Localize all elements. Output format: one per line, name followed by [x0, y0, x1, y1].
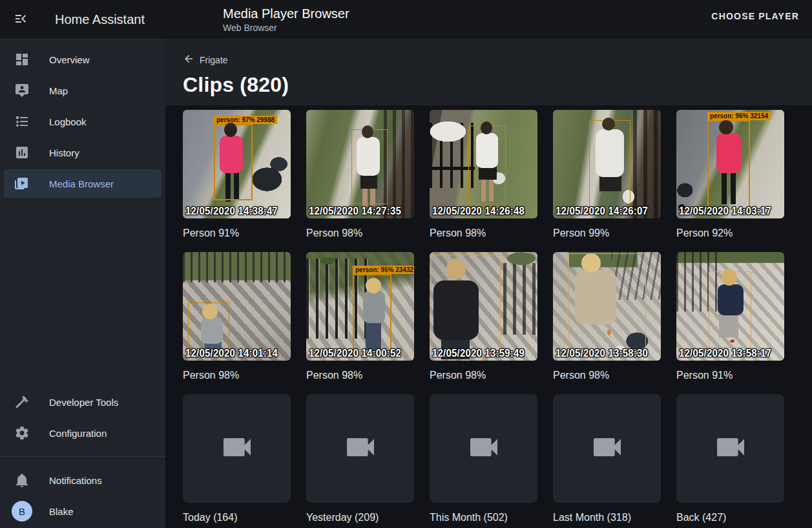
clip-grid: person: 97% 29988 12/05/2020 14:38:47 Pe…: [165, 105, 812, 528]
detection-box-label: person: 97% 29988: [214, 116, 277, 124]
page-title: Clips (820): [183, 73, 812, 97]
hammer-icon: [14, 394, 30, 410]
videocam-icon: [219, 429, 255, 468]
detection-box: [431, 255, 501, 357]
clip-item[interactable]: 12/05/2020 14:01:14 Person 98%: [183, 252, 291, 382]
clip-timestamp: 12/05/2020 13:58:17: [679, 347, 771, 359]
breadcrumb-back-link[interactable]: Frigate: [183, 53, 228, 67]
folder-item-last-month[interactable]: Last Month (318): [553, 394, 661, 524]
clip-item[interactable]: 12/05/2020 14:26:48 Person 98%: [430, 110, 537, 240]
sidebar-item-media-browser[interactable]: Media Browser: [4, 169, 161, 198]
clip-thumbnail: 12/05/2020 14:26:48: [430, 110, 537, 218]
sidebar-toggle-button[interactable]: [8, 6, 34, 32]
folder-thumbnail: [430, 394, 537, 503]
clip-item[interactable]: 12/05/2020 13:58:30 Person 98%: [553, 252, 661, 382]
bell-icon: [14, 472, 30, 488]
folder-item-this-month[interactable]: This Month (502): [430, 394, 537, 524]
sidebar-item-label: Overview: [49, 54, 90, 65]
gear-icon: [14, 425, 30, 441]
clip-timestamp: 12/05/2020 14:26:48: [432, 205, 525, 216]
clip-label: Person 98%: [183, 369, 291, 382]
clip-thumbnail: person: 97% 29988 12/05/2020 14:38:47: [183, 110, 291, 218]
clip-item[interactable]: 12/05/2020 14:27:35 Person 98%: [306, 110, 414, 240]
clip-label: Person 92%: [676, 227, 784, 240]
folder-label: Last Month (318): [553, 511, 661, 524]
clip-thumbnail: 12/05/2020 14:27:35: [306, 110, 414, 218]
clip-timestamp: 12/05/2020 14:03:17: [679, 205, 771, 216]
detection-box: person: 95% 23432: [353, 274, 391, 355]
dashboard-icon: [14, 52, 30, 67]
clip-label: Person 91%: [676, 369, 784, 382]
map-account-icon: [14, 83, 30, 98]
menu-collapse-icon: [13, 11, 28, 28]
folder-item-today[interactable]: Today (164): [183, 394, 291, 524]
folder-item-yesterday[interactable]: Yesterday (209): [306, 394, 414, 524]
folder-label: This Month (502): [430, 511, 537, 524]
detection-box: person: 97% 29988: [214, 124, 253, 200]
sidebar-item-label: Media Browser: [49, 178, 114, 189]
sidebar-nav: Overview Map Logbook History Media Brows…: [0, 39, 165, 198]
folder-item-back[interactable]: Back (427): [676, 394, 784, 524]
clip-label: Person 99%: [553, 227, 661, 240]
clip-label: Person 98%: [306, 369, 414, 382]
sidebar-item-label: Notifications: [49, 475, 102, 486]
sidebar-item-label: Developer Tools: [49, 397, 118, 408]
folder-thumbnail: [183, 394, 291, 503]
sidebar-item-map[interactable]: Map: [0, 75, 165, 106]
clip-label: Person 98%: [430, 369, 537, 382]
clip-thumbnail: 12/05/2020 14:26:07: [553, 110, 661, 218]
clip-timestamp: 12/05/2020 13:59:49: [432, 347, 525, 359]
sidebar-item-configuration[interactable]: Configuration: [0, 417, 165, 449]
sidebar-item-overview[interactable]: Overview: [0, 44, 165, 75]
clip-thumbnail: 12/05/2020 14:01:14: [183, 252, 291, 361]
app-bar: Home Assistant Media Player Browser Web …: [0, 0, 812, 39]
clip-timestamp: 12/05/2020 13:58:30: [556, 347, 648, 359]
videocam-icon: [342, 429, 379, 468]
detection-box: [589, 120, 630, 208]
arrow-left-icon: [183, 53, 194, 67]
user-name: Blake: [49, 506, 74, 517]
clip-item[interactable]: person: 95% 23432 12/05/2020 14:00:52 Pe…: [306, 252, 414, 382]
clip-item[interactable]: 12/05/2020 14:26:07 Person 99%: [553, 110, 661, 240]
folder-thumbnail: [306, 394, 414, 503]
clip-timestamp: 12/05/2020 14:26:07: [556, 205, 648, 216]
sidebar: Overview Map Logbook History Media Brows…: [0, 39, 165, 528]
media-browser-header: Frigate Clips (820): [165, 39, 812, 105]
clip-item[interactable]: 12/05/2020 13:59:49 Person 98%: [430, 252, 537, 382]
clip-thumbnail: 12/05/2020 13:59:49: [430, 252, 537, 361]
app-title: Home Assistant: [55, 12, 145, 27]
list-icon: [14, 114, 30, 129]
sidebar-item-label: Configuration: [49, 428, 107, 439]
detection-box: [468, 125, 506, 204]
avatar: B: [12, 501, 32, 522]
sidebar-item-history[interactable]: History: [0, 137, 165, 168]
clip-item[interactable]: person: 97% 29988 12/05/2020 14:38:47 Pe…: [183, 110, 291, 240]
panel-subtitle: Web Browser: [223, 22, 349, 34]
sidebar-item-profile[interactable]: B Blake: [0, 496, 165, 527]
choose-player-button[interactable]: CHOOSE PLAYER: [711, 11, 799, 21]
sidebar-item-logbook[interactable]: Logbook: [0, 106, 165, 137]
folder-label: Yesterday (209): [306, 511, 414, 524]
breadcrumb-label: Frigate: [200, 55, 228, 65]
sidebar-item-label: Map: [49, 85, 68, 96]
sidebar-divider: [0, 456, 165, 457]
chart-box-icon: [14, 145, 30, 160]
clip-label: Person 98%: [553, 369, 661, 382]
sidebar-item-label: History: [49, 147, 79, 158]
clip-timestamp: 12/05/2020 14:00:52: [309, 347, 401, 359]
folder-label: Back (427): [676, 511, 784, 524]
clip-item[interactable]: person: 96% 32154 12/05/2020 14:03:17 Pe…: [676, 110, 784, 240]
clip-thumbnail: person: 96% 32154 12/05/2020 14:03:17: [676, 110, 784, 218]
detection-box-label: person: 96% 32154: [707, 112, 771, 120]
folder-thumbnail: [676, 394, 784, 503]
media-browser-content: person: 97% 29988 12/05/2020 14:38:47 Pe…: [165, 105, 812, 528]
media-library-icon: [14, 176, 30, 191]
clip-item[interactable]: 12/05/2020 13:58:17 Person 91%: [676, 252, 784, 382]
sidebar-footer: Developer Tools Configuration Notificati…: [0, 386, 165, 527]
videocam-icon: [466, 429, 502, 468]
sidebar-item-notifications[interactable]: Notifications: [0, 465, 165, 496]
sidebar-item-developer-tools[interactable]: Developer Tools: [0, 386, 165, 417]
videocam-icon: [589, 429, 625, 468]
detection-box: person: 96% 32154: [707, 120, 750, 209]
clip-thumbnail: 12/05/2020 13:58:30: [553, 252, 661, 361]
